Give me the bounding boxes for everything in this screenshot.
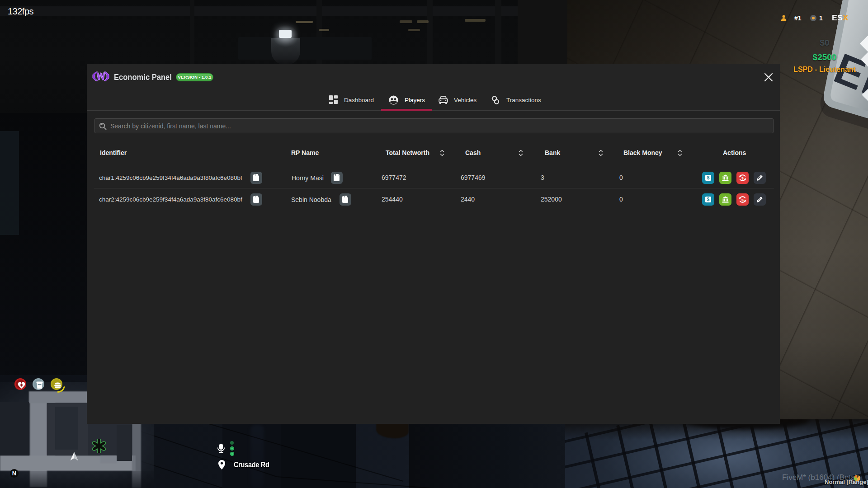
svg-text:$: $ (707, 175, 710, 180)
svg-text:$: $ (707, 197, 710, 202)
svg-text:$: $ (741, 176, 744, 180)
svg-text:$: $ (741, 198, 744, 202)
